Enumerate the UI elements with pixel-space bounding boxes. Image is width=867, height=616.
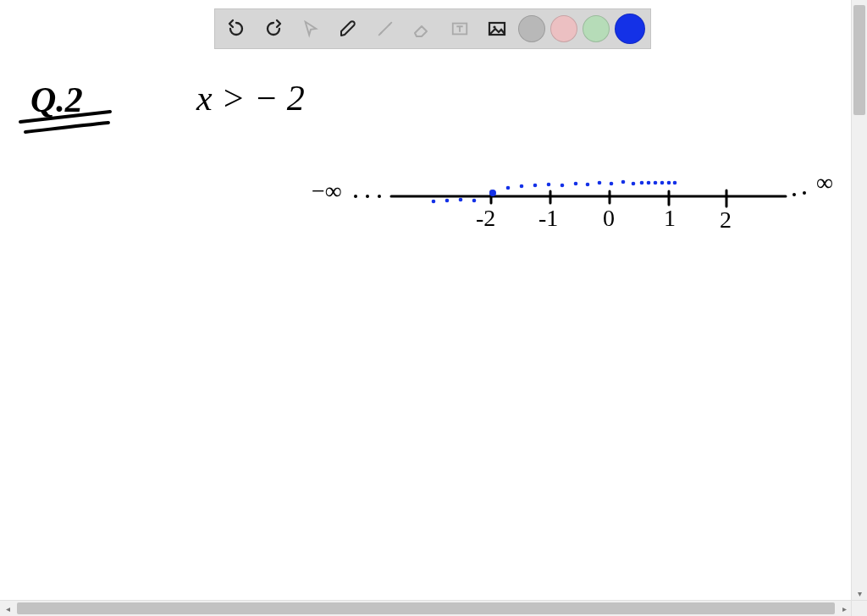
svg-point-23 — [654, 181, 658, 185]
svg-point-5 — [489, 190, 496, 196]
neg-infinity-label: −∞ — [312, 178, 342, 205]
vertical-scrollbar[interactable]: ▾ — [851, 0, 867, 601]
pointer-icon — [301, 19, 320, 38]
tick-label-0: 0 — [603, 205, 615, 232]
svg-point-7 — [445, 199, 450, 203]
drawing-toolbar — [214, 8, 651, 49]
svg-point-13 — [547, 183, 551, 187]
scroll-down-arrow-icon[interactable]: ▾ — [852, 586, 867, 601]
drawing-canvas[interactable]: Q.2 x > − 2 −∞ ∞ -2 -1 0 1 2 — [0, 0, 852, 601]
svg-point-8 — [459, 198, 463, 202]
svg-point-16 — [586, 183, 590, 187]
svg-point-11 — [520, 184, 524, 189]
handwriting-svg — [0, 0, 852, 601]
handwriting-layer: Q.2 x > − 2 −∞ ∞ -2 -1 0 1 2 — [0, 0, 852, 601]
color-swatch-gray[interactable] — [518, 15, 545, 42]
question-label: Q.2 — [30, 80, 83, 120]
svg-point-24 — [660, 181, 665, 185]
horizontal-scroll-thumb[interactable] — [17, 602, 835, 614]
undo-icon — [226, 19, 246, 39]
tick-label-2: 2 — [720, 206, 732, 234]
color-swatch-green[interactable] — [583, 15, 610, 42]
svg-point-19 — [621, 180, 626, 184]
pos-infinity-label: ∞ — [816, 169, 833, 196]
svg-point-17 — [598, 181, 602, 185]
inequality-text: x > − 2 — [196, 78, 305, 118]
undo-button[interactable] — [220, 13, 252, 45]
horizontal-scrollbar[interactable]: ◂ ▸ — [0, 600, 852, 616]
textbox-icon — [450, 19, 469, 38]
svg-point-3 — [792, 193, 796, 196]
svg-point-6 — [432, 200, 436, 204]
image-icon — [487, 19, 507, 39]
svg-point-4 — [803, 191, 806, 195]
svg-point-22 — [647, 181, 651, 185]
tools-icon — [376, 19, 395, 38]
pen-icon — [338, 19, 358, 39]
vertical-scroll-thumb[interactable] — [853, 5, 865, 115]
color-swatch-pink[interactable] — [550, 15, 577, 42]
svg-point-18 — [610, 182, 614, 186]
color-swatch-blue[interactable] — [615, 14, 645, 44]
redo-icon — [263, 19, 284, 39]
svg-point-2 — [378, 195, 381, 198]
svg-point-10 — [506, 186, 511, 190]
pointer-button[interactable] — [295, 13, 327, 45]
svg-point-26 — [673, 181, 677, 185]
app-viewport: Q.2 x > − 2 −∞ ∞ -2 -1 0 1 2 — [0, 0, 867, 616]
svg-point-1 — [366, 195, 369, 198]
svg-point-14 — [561, 184, 565, 188]
tools-button[interactable] — [369, 13, 401, 45]
svg-point-12 — [533, 184, 538, 188]
scroll-corner — [851, 600, 867, 616]
pen-button[interactable] — [332, 13, 364, 45]
svg-point-25 — [667, 181, 671, 185]
eraser-icon — [412, 19, 433, 39]
svg-point-0 — [354, 195, 357, 198]
scroll-right-arrow-icon[interactable]: ▸ — [837, 601, 852, 616]
svg-point-21 — [640, 181, 644, 185]
tick-label-1: 1 — [664, 205, 676, 232]
redo-button[interactable] — [257, 13, 290, 45]
tick-label-neg1: -1 — [538, 205, 558, 232]
svg-point-20 — [632, 182, 636, 186]
scroll-left-arrow-icon[interactable]: ◂ — [0, 601, 15, 616]
svg-point-9 — [472, 199, 477, 203]
eraser-button[interactable] — [406, 13, 439, 45]
svg-point-15 — [574, 182, 578, 186]
textbox-button[interactable] — [444, 13, 476, 45]
tick-label-neg2: -2 — [476, 205, 495, 232]
image-button[interactable] — [481, 13, 513, 45]
